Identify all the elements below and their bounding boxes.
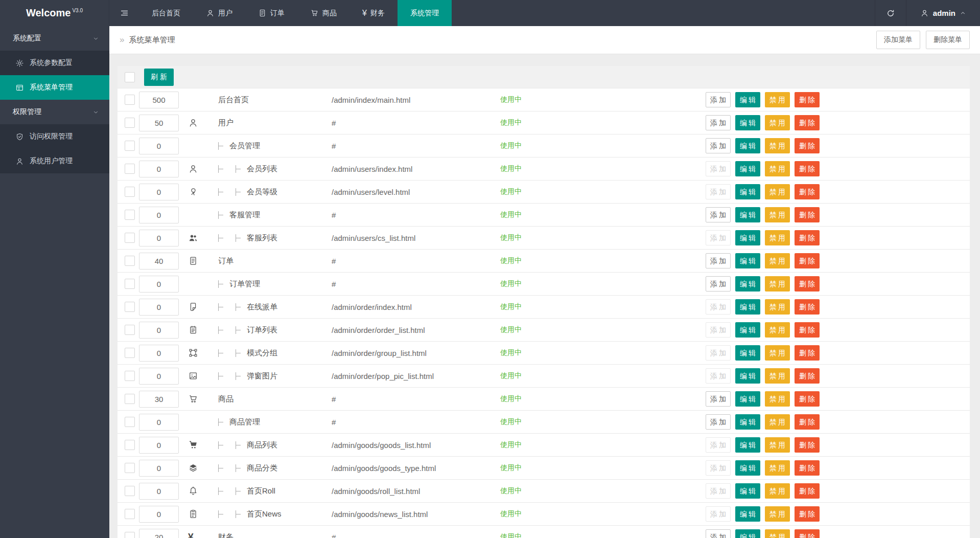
row-checkbox[interactable] — [125, 532, 135, 538]
disable-button[interactable]: 禁用 — [765, 391, 790, 407]
edit-button[interactable]: 编辑 — [735, 115, 760, 130]
edit-button[interactable]: 编辑 — [735, 253, 760, 268]
sort-input[interactable] — [139, 368, 179, 385]
row-checkbox[interactable] — [125, 164, 135, 174]
delete-button[interactable]: 删除 — [795, 483, 820, 499]
sort-input[interactable] — [139, 460, 179, 477]
page-refresh-button[interactable] — [875, 0, 906, 26]
row-checkbox[interactable] — [125, 118, 135, 128]
edit-button[interactable]: 编辑 — [735, 391, 760, 407]
sort-input[interactable] — [139, 414, 179, 431]
admin-menu[interactable]: admin — [906, 0, 980, 26]
edit-button[interactable]: 编辑 — [735, 345, 760, 361]
row-checkbox[interactable] — [125, 141, 135, 151]
add-button[interactable]: 添加 — [706, 276, 731, 292]
edit-button[interactable]: 编辑 — [735, 276, 760, 292]
delete-button[interactable]: 删除 — [795, 253, 820, 268]
sidebar-item-0-1[interactable]: 系统菜单管理 — [0, 75, 109, 100]
add-button[interactable]: 添加 — [706, 529, 731, 538]
add-menu-button[interactable]: 添加菜单 — [876, 31, 920, 49]
disable-button[interactable]: 禁用 — [765, 483, 790, 499]
sort-input[interactable] — [139, 230, 179, 246]
edit-button[interactable]: 编辑 — [735, 414, 760, 430]
select-all-checkbox[interactable] — [125, 72, 135, 82]
delete-button[interactable]: 删除 — [795, 506, 820, 522]
disable-button[interactable]: 禁用 — [765, 299, 790, 315]
edit-button[interactable]: 编辑 — [735, 322, 760, 338]
nav-item-2[interactable]: 订单 — [245, 0, 297, 26]
delete-button[interactable]: 删除 — [795, 230, 820, 245]
sort-input[interactable] — [139, 161, 179, 177]
delete-button[interactable]: 删除 — [795, 437, 820, 453]
disable-button[interactable]: 禁用 — [765, 345, 790, 361]
row-checkbox[interactable] — [125, 187, 135, 197]
disable-button[interactable]: 禁用 — [765, 322, 790, 338]
sidebar-item-1-1[interactable]: 系统用户管理 — [0, 149, 109, 173]
edit-button[interactable]: 编辑 — [735, 161, 760, 176]
edit-button[interactable]: 编辑 — [735, 483, 760, 499]
row-checkbox[interactable] — [125, 509, 135, 519]
sidebar-group-1[interactable]: 权限管理 — [0, 100, 109, 124]
delete-button[interactable]: 删除 — [795, 414, 820, 430]
delete-button[interactable]: 删除 — [795, 184, 820, 199]
row-checkbox[interactable] — [125, 348, 135, 358]
sort-input[interactable] — [139, 184, 179, 200]
sidebar-group-0[interactable]: 系统配置 — [0, 26, 109, 51]
disable-button[interactable]: 禁用 — [765, 138, 790, 153]
disable-button[interactable]: 禁用 — [765, 506, 790, 522]
nav-item-4[interactable]: ¥财务 — [349, 0, 398, 26]
disable-button[interactable]: 禁用 — [765, 253, 790, 268]
edit-button[interactable]: 编辑 — [735, 299, 760, 315]
sidebar-item-0-0[interactable]: 系统参数配置 — [0, 51, 109, 75]
disable-button[interactable]: 禁用 — [765, 368, 790, 384]
sort-input[interactable] — [139, 253, 179, 270]
delete-button[interactable]: 删除 — [795, 207, 820, 222]
sort-input[interactable] — [139, 207, 179, 223]
sort-input[interactable] — [139, 391, 179, 408]
add-button[interactable]: 添加 — [706, 391, 731, 407]
sort-input[interactable] — [139, 92, 179, 108]
row-checkbox[interactable] — [125, 256, 135, 266]
delete-button[interactable]: 删除 — [795, 391, 820, 407]
disable-button[interactable]: 禁用 — [765, 414, 790, 430]
delete-button[interactable]: 删除 — [795, 138, 820, 153]
nav-item-0[interactable]: 后台首页 — [139, 0, 193, 26]
edit-button[interactable]: 编辑 — [735, 506, 760, 522]
sort-input[interactable] — [139, 299, 179, 316]
sort-input[interactable] — [139, 529, 179, 538]
row-checkbox[interactable] — [125, 394, 135, 404]
edit-button[interactable]: 编辑 — [735, 529, 760, 538]
delete-button[interactable]: 删除 — [795, 276, 820, 292]
disable-button[interactable]: 禁用 — [765, 207, 790, 222]
sort-input[interactable] — [139, 115, 179, 131]
row-checkbox[interactable] — [125, 279, 135, 289]
nav-item-5[interactable]: 系统管理 — [398, 0, 452, 26]
disable-button[interactable]: 禁用 — [765, 230, 790, 245]
row-checkbox[interactable] — [125, 325, 135, 335]
row-checkbox[interactable] — [125, 371, 135, 381]
sidebar-toggle-button[interactable] — [109, 0, 139, 26]
sort-input[interactable] — [139, 506, 179, 523]
add-button[interactable]: 添加 — [706, 207, 731, 222]
edit-button[interactable]: 编辑 — [735, 437, 760, 453]
add-button[interactable]: 添加 — [706, 414, 731, 430]
row-checkbox[interactable] — [125, 440, 135, 450]
row-checkbox[interactable] — [125, 463, 135, 473]
disable-button[interactable]: 禁用 — [765, 115, 790, 130]
add-button[interactable]: 添加 — [706, 92, 731, 107]
disable-button[interactable]: 禁用 — [765, 92, 790, 107]
disable-button[interactable]: 禁用 — [765, 529, 790, 538]
delete-button[interactable]: 删除 — [795, 161, 820, 176]
delete-menu-button[interactable]: 删除菜单 — [926, 31, 970, 49]
disable-button[interactable]: 禁用 — [765, 460, 790, 476]
add-button[interactable]: 添加 — [706, 115, 731, 130]
delete-button[interactable]: 删除 — [795, 529, 820, 538]
edit-button[interactable]: 编辑 — [735, 207, 760, 222]
delete-button[interactable]: 删除 — [795, 92, 820, 107]
delete-button[interactable]: 删除 — [795, 345, 820, 361]
nav-item-1[interactable]: 用户 — [193, 0, 245, 26]
nav-item-3[interactable]: 商品 — [297, 0, 349, 26]
disable-button[interactable]: 禁用 — [765, 184, 790, 199]
sort-input[interactable] — [139, 322, 179, 339]
refresh-button[interactable]: 刷新 — [144, 69, 174, 86]
